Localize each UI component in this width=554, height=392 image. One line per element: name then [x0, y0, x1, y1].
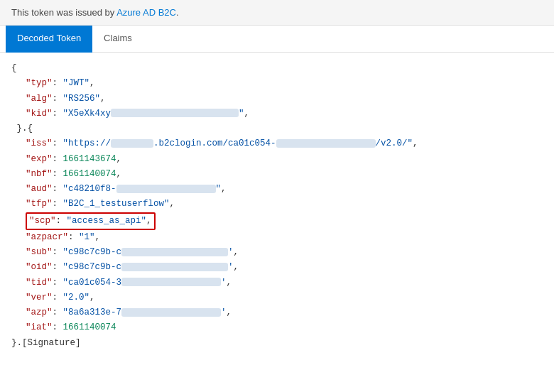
alg-val: "RS256" [63, 94, 101, 104]
kid-line: "kid": "X5eXk4xy", [11, 107, 543, 121]
tabs-bar: Decoded Token Claims [0, 26, 554, 53]
header-open: { [11, 61, 543, 76]
tfp-line: "tfp": "B2C_1_testuserflow", [11, 197, 543, 212]
tab-decoded[interactable]: Decoded Token [6, 26, 92, 53]
tid-line: "tid": "ca01c054-3', [11, 276, 543, 290]
oid-key: "oid" [26, 262, 53, 272]
nbf-key: "nbf" [26, 169, 53, 179]
exp-key: "exp" [26, 154, 53, 164]
kid-key: "kid" [26, 109, 53, 119]
scp-key: "scp" [29, 216, 56, 226]
header-close: }.{ [11, 121, 543, 136]
scp-val: "access_as_api" [67, 216, 147, 226]
iat-val: 1661140074 [63, 322, 116, 332]
iat-key: "iat" [26, 322, 53, 332]
ver-line: "ver": "2.0", [11, 290, 543, 305]
alg-line: "alg": "RS256", [11, 92, 543, 107]
scp-line: "scp": "access_as_api", [11, 212, 543, 230]
azp-line: "azp": "8a6a313e-7', [11, 305, 543, 320]
signature-label: [Signature] [22, 338, 81, 348]
alg-key: "alg" [26, 94, 53, 104]
kid-val: "X5eXk4xy [63, 109, 112, 119]
sub-line: "sub": "c98c7c9b-c', [11, 245, 543, 260]
iss-line: "iss": "https://.b2clogin.com/ca01c054-/… [11, 136, 543, 151]
nbf-val: 1661140074 [63, 169, 116, 179]
iss-key: "iss" [26, 138, 53, 148]
azpacr-key: "azpacr" [26, 232, 68, 242]
iat-line: "iat": 1661140074 [11, 320, 543, 335]
azp-key: "azp" [26, 307, 53, 317]
top-notice: This token was issued by Azure AD B2C. [0, 0, 554, 26]
exp-line: "exp": 1661143674, [11, 152, 543, 167]
aud-key: "aud" [26, 184, 53, 194]
aud-line: "aud": "c48210f8-", [11, 182, 543, 197]
exp-val: 1661143674 [63, 154, 116, 164]
oid-line: "oid": "c98c7c9b-c', [11, 260, 543, 275]
ver-val: "2.0" [63, 293, 90, 303]
azure-ad-link[interactable]: Azure AD B2C [116, 7, 176, 18]
typ-line: "typ": "JWT", [11, 76, 543, 91]
sub-key: "sub" [26, 247, 53, 257]
notice-text: This token was issued by [11, 7, 116, 18]
azpacr-val: "1" [79, 232, 95, 242]
tfp-key: "tfp" [26, 199, 53, 209]
tid-key: "tid" [26, 278, 53, 288]
typ-key: "typ" [26, 78, 53, 88]
token-container: { "typ": "JWT", "alg": "RS256", "kid": "… [0, 53, 554, 359]
typ-val: "JWT" [63, 78, 90, 88]
body-close: }.[Signature] [11, 336, 543, 351]
tfp-val: "B2C_1_testuserflow" [63, 199, 170, 209]
tab-claims[interactable]: Claims [92, 26, 143, 53]
nbf-line: "nbf": 1661140074, [11, 167, 543, 182]
azpacr-line: "azpacr": "1", [11, 230, 543, 245]
ver-key: "ver" [26, 293, 53, 303]
